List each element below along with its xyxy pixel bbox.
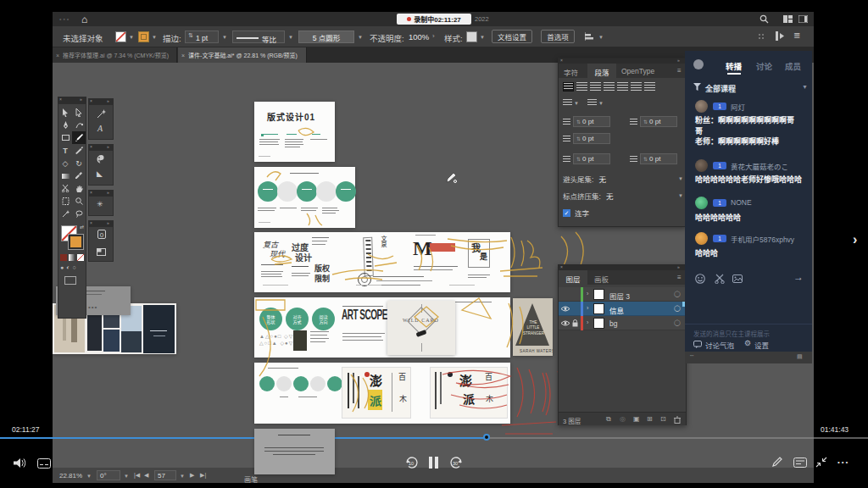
volume-icon[interactable] — [14, 458, 26, 469]
mojikumi-value[interactable]: 无 — [606, 191, 614, 201]
wand-panel-icon[interactable] — [97, 109, 106, 119]
align-left-button[interactable] — [563, 82, 574, 92]
color-panel-icon[interactable] — [97, 155, 106, 164]
shaper-tool-icon[interactable] — [72, 144, 86, 157]
stroke-chevron-icon[interactable]: ▼ — [152, 35, 157, 40]
visibility-icon[interactable] — [561, 306, 570, 312]
tab-layers[interactable]: 图层 — [559, 270, 587, 285]
make-mask-icon[interactable]: ▣ — [633, 415, 640, 423]
layer-row[interactable]: › 图层 3 ◯ — [559, 287, 686, 302]
selection-tool-icon[interactable] — [58, 106, 72, 119]
panel-dock-icon[interactable] — [775, 31, 785, 41]
new-sublayer-icon[interactable]: ⊞ — [647, 415, 653, 423]
info-panel-icon[interactable]: 0 — [97, 230, 106, 239]
draw-normal-icon[interactable]: ● — [60, 264, 64, 270]
message-input[interactable] — [685, 288, 812, 326]
fill-chevron-icon[interactable]: ▼ — [129, 35, 134, 40]
locate-icon[interactable]: ◎ — [620, 415, 626, 423]
pause-button[interactable] — [429, 457, 439, 469]
tab-opentype[interactable]: OpenType — [621, 67, 654, 75]
styles-panel-icon[interactable]: A — [97, 124, 103, 133]
numbered-list-icon[interactable] — [587, 99, 597, 107]
panel-menu-icon[interactable]: ≡ — [677, 274, 682, 281]
tab-relay[interactable]: 转播 — [726, 60, 742, 72]
stroke-weight-field[interactable]: ⇅ 1 pt — [185, 30, 219, 43]
target-circle-icon[interactable]: ◯ — [674, 291, 681, 297]
image-icon[interactable] — [732, 274, 743, 283]
align-center-button[interactable] — [576, 82, 587, 92]
curvature-tool-icon[interactable] — [72, 119, 86, 131]
justify-center-button[interactable] — [617, 82, 628, 92]
rotate-tool-icon[interactable]: ↻ — [72, 157, 86, 169]
document-tab-active[interactable]: × 课件-文字基础.ai* @ 22.81 % (RGB/预览) — [178, 47, 307, 63]
notes-icon[interactable] — [793, 458, 807, 468]
width-profile-chevron-icon[interactable]: ▼ — [288, 35, 293, 40]
none-button[interactable] — [77, 254, 84, 261]
next-artboard-icon[interactable]: ▶ — [190, 472, 194, 479]
fill-swatch[interactable] — [115, 31, 126, 42]
lasso-tool-icon[interactable] — [72, 208, 86, 220]
tab-close-icon[interactable]: × — [56, 53, 59, 58]
settings-icon[interactable]: ⚙ — [744, 339, 751, 347]
style-chevron-icon[interactable]: ▼ — [480, 35, 485, 40]
right-indent-field[interactable]: ⇅0 pt — [640, 116, 677, 127]
justify-all-button[interactable] — [644, 82, 655, 92]
filter-chevron-icon[interactable]: ▼ — [802, 84, 808, 90]
gradient-panel-icon[interactable]: ◣ — [97, 169, 103, 178]
tab-paragraph[interactable]: 段落 — [587, 64, 616, 78]
exit-fullscreen-icon[interactable] — [815, 457, 827, 468]
paintbrush-tool-icon[interactable] — [72, 131, 86, 144]
zoom-level[interactable]: 22.81% — [59, 472, 82, 480]
draw-behind-icon[interactable]: ◐ — [66, 264, 70, 270]
chat-username[interactable]: NONE — [731, 198, 752, 207]
hand-tool-icon[interactable] — [72, 182, 86, 195]
brush-chevron-icon[interactable]: ▼ — [358, 35, 363, 40]
space-before-field[interactable]: ⇅0 pt — [573, 153, 610, 164]
home-icon[interactable]: ⌂ — [81, 14, 87, 25]
align-icon[interactable] — [585, 32, 595, 41]
list-icon[interactable] — [563, 99, 572, 107]
chat-username[interactable]: 黄花大蘑菇老のこ — [731, 161, 788, 171]
align-right-button[interactable] — [590, 82, 601, 92]
document-setup-button[interactable]: 文档设置 — [492, 30, 532, 43]
search-icon[interactable] — [760, 14, 769, 24]
annotate-icon[interactable] — [771, 456, 783, 468]
delete-layer-icon[interactable] — [674, 416, 681, 424]
course-filter[interactable]: 全部课程 — [705, 83, 736, 94]
target-circle-icon[interactable]: ◯ — [674, 319, 681, 326]
stroke-color-swatch[interactable] — [69, 235, 83, 249]
filter-icon[interactable] — [693, 83, 701, 91]
align-chevron-icon[interactable]: ▼ — [598, 35, 604, 40]
wand-tool-icon[interactable] — [58, 208, 72, 220]
chat-username[interactable]: 手机用户5876xphvy — [731, 234, 794, 244]
tab-artboards[interactable]: 画板 — [594, 274, 609, 284]
menu-lines-icon[interactable]: ≣ — [793, 30, 800, 40]
tab-members[interactable]: 成员 — [785, 60, 801, 72]
screen-mode-icon[interactable] — [64, 276, 76, 285]
workspace-icon[interactable] — [798, 15, 808, 23]
prev-artboard-icon[interactable]: ◀ — [144, 472, 148, 479]
visibility-icon[interactable] — [561, 320, 570, 326]
color-button[interactable] — [60, 254, 67, 261]
rectangle-tool-icon[interactable] — [58, 131, 72, 144]
subtitle-icon[interactable] — [37, 458, 51, 469]
skip-forward-button[interactable]: 30 — [448, 456, 464, 470]
brush-definition-field[interactable]: 5 点圆形 — [298, 30, 354, 43]
opacity-more-icon[interactable]: › — [432, 32, 435, 40]
justify-left-button[interactable] — [604, 82, 615, 92]
eyedropper-tool-icon[interactable] — [72, 169, 86, 182]
tab-character[interactable]: 字符 — [564, 67, 578, 77]
tab-discuss[interactable]: 讨论 — [756, 60, 772, 72]
symbols-panel-icon[interactable]: ✳ — [97, 200, 103, 208]
document-tab-inactive[interactable]: × 推荐字体整理.ai @ 7.34 % (CMYK/预览) — [53, 47, 177, 63]
swap-colors-icon[interactable]: ⇄ — [80, 224, 84, 230]
preferences-button[interactable]: 首选项 — [541, 30, 575, 43]
bubble-label[interactable]: 讨论气泡 — [705, 340, 734, 350]
lock-icon[interactable] — [572, 319, 578, 327]
bubble-icon[interactable] — [693, 341, 702, 348]
artboard-tool-icon[interactable] — [58, 195, 72, 208]
target-circle-icon[interactable]: ◯ — [674, 305, 681, 312]
kinsoku-value[interactable]: 无 — [598, 174, 606, 184]
width-profile-field[interactable]: 等比 — [232, 30, 285, 43]
panel-menu-icon[interactable]: ≡ — [677, 67, 682, 75]
